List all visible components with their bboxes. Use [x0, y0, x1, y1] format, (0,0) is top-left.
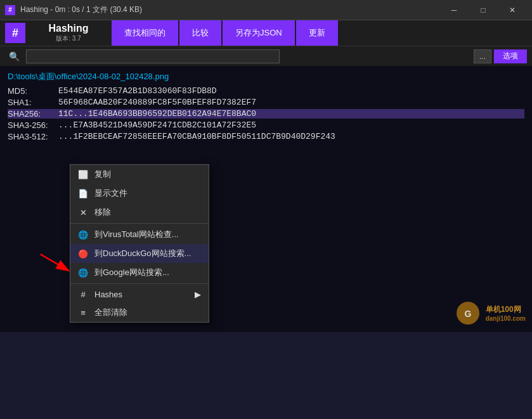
search-input[interactable]: [26, 49, 280, 63]
menu-item-hashes[interactable]: # Hashes ▶: [70, 285, 209, 303]
menu-show-file-label: 显示文件: [94, 188, 127, 199]
save-json-button[interactable]: 另存为JSON: [223, 20, 295, 46]
window-title: Hashing - 0m : 0s / 1 文件 (30.4 KB): [20, 4, 142, 15]
toolbar-buttons: 查找相同的 比较 另存为JSON 更新: [112, 20, 532, 46]
watermark: G 单机100网 danji100.com: [455, 300, 526, 326]
sha256-label: SHA256:: [8, 109, 58, 119]
sha1-row: SHA1: 56F968CAAB20F240889FC8F5F0BFEF8FD7…: [8, 98, 524, 107]
watermark-line2: danji100.com: [486, 315, 526, 322]
main-toolbar: # Hashing 版本: 3.7 查找相同的 比较 另存为JSON 更新: [0, 20, 532, 46]
context-menu: ⬜ 复制 📄 显示文件 ✕ 移除 🌐 到VirusTotal网站检查... 🔴 …: [70, 164, 209, 323]
md5-value: E544EA87EF357A2B1D833060F83FDB8D: [58, 86, 217, 96]
menu-google-label: 到Google网站搜索...: [94, 267, 169, 278]
sha3-512-label: SHA3-512:: [8, 132, 58, 141]
sha3-256-value: ...E7A3B4521D49A59DF2471CDB2C101A72F32E5: [58, 120, 256, 130]
remove-icon: ✕: [78, 207, 88, 217]
sha256-value: 11C...1E46BA693BB96592DEB0162A94E7E8BAC0: [58, 109, 256, 119]
update-button[interactable]: 更新: [296, 20, 338, 46]
search-row: 🔍 ... 选项: [0, 46, 532, 66]
app-name: Hashing: [48, 23, 88, 34]
menu-separator-1: [70, 223, 209, 224]
app-brand: Hashing 版本: 3.7: [30, 23, 107, 43]
menu-separator-2: [70, 283, 209, 284]
sha256-row: SHA256: 11C...1E46BA693BB96592DEB0162A94…: [8, 109, 524, 119]
svg-line-1: [41, 254, 69, 271]
file-icon: 📄: [78, 188, 88, 198]
sha1-label: SHA1:: [8, 98, 58, 107]
svg-text:G: G: [464, 309, 471, 319]
sha3-512-row: SHA3-512: ...1F2BEBCEAF72858EEEFA70CBA91…: [8, 132, 524, 141]
find-same-button[interactable]: 查找相同的: [112, 20, 178, 46]
app-version: 版本: 3.7: [56, 34, 81, 43]
menu-remove-label: 移除: [94, 207, 111, 218]
menu-item-remove[interactable]: ✕ 移除: [70, 203, 209, 222]
close-button[interactable]: ✕: [498, 0, 527, 20]
minimize-button[interactable]: ─: [439, 0, 469, 20]
google-icon: 🌐: [78, 268, 88, 278]
watermark-text: 单机100网 danji100.com: [486, 304, 526, 322]
dots-button[interactable]: ...: [474, 49, 491, 63]
md5-label: MD5:: [8, 86, 58, 96]
title-bar-controls: ─ □ ✕: [439, 0, 527, 20]
hash-icon: #: [78, 289, 88, 299]
watermark-line1: 单机100网: [486, 304, 526, 315]
compare-button[interactable]: 比较: [179, 20, 221, 46]
app-icon: #: [5, 5, 15, 15]
md5-row: MD5: E544EA87EF357A2B1D833060F83FDB8D: [8, 86, 524, 96]
sha1-value: 56F968CAAB20F240889FC8F5F0BFEF8FD7382EF7: [58, 98, 256, 107]
menu-item-show-file[interactable]: 📄 显示文件: [70, 184, 209, 203]
menu-hashes-label: Hashes: [94, 290, 122, 299]
file-path: D:\tools\桌面\office\2024-08-02_102428.png: [8, 71, 524, 82]
submenu-arrow-icon: ▶: [195, 290, 201, 299]
brand-wrapper: # Hashing 版本: 3.7: [0, 20, 112, 46]
sha3-512-value: ...1F2BEBCEAF72858EEEFA70CBA910BF8DF5051…: [58, 132, 335, 141]
sha3-256-label: SHA3-256:: [8, 120, 58, 130]
watermark-logo: G: [455, 300, 481, 326]
content-area: D:\tools\桌面\office\2024-08-02_102428.png…: [0, 66, 532, 332]
menu-item-clear-all[interactable]: ≡ 全部清除: [70, 303, 209, 322]
maximize-button[interactable]: □: [469, 0, 498, 20]
menu-item-google[interactable]: 🌐 到Google网站搜索...: [70, 263, 209, 282]
menu-clear-all-label: 全部清除: [94, 307, 127, 318]
menu-hashes-left: # Hashes: [78, 289, 122, 299]
virustotal-icon: 🌐: [78, 229, 88, 240]
title-bar-left: # Hashing - 0m : 0s / 1 文件 (30.4 KB): [5, 4, 142, 15]
menu-item-duckduckgo[interactable]: 🔴 到DuckDuckGo网站搜索...: [70, 244, 209, 263]
title-bar: # Hashing - 0m : 0s / 1 文件 (30.4 KB) ─ □…: [0, 0, 532, 20]
clear-icon: ≡: [78, 307, 88, 318]
menu-duckduckgo-label: 到DuckDuckGo网站搜索...: [94, 248, 191, 259]
copy-icon: ⬜: [78, 169, 88, 179]
menu-item-copy[interactable]: ⬜ 复制: [70, 165, 209, 184]
options-button[interactable]: 选项: [494, 49, 527, 63]
menu-copy-label: 复制: [94, 169, 111, 180]
app-logo: #: [5, 23, 25, 43]
menu-item-virustotal[interactable]: 🌐 到VirusTotal网站检查...: [70, 225, 209, 244]
search-icon-button[interactable]: 🔍: [5, 49, 23, 64]
sha3-256-row: SHA3-256: ...E7A3B4521D49A59DF2471CDB2C1…: [8, 120, 524, 130]
menu-virustotal-label: 到VirusTotal网站检查...: [94, 229, 179, 240]
duckduckgo-icon: 🔴: [78, 248, 88, 259]
